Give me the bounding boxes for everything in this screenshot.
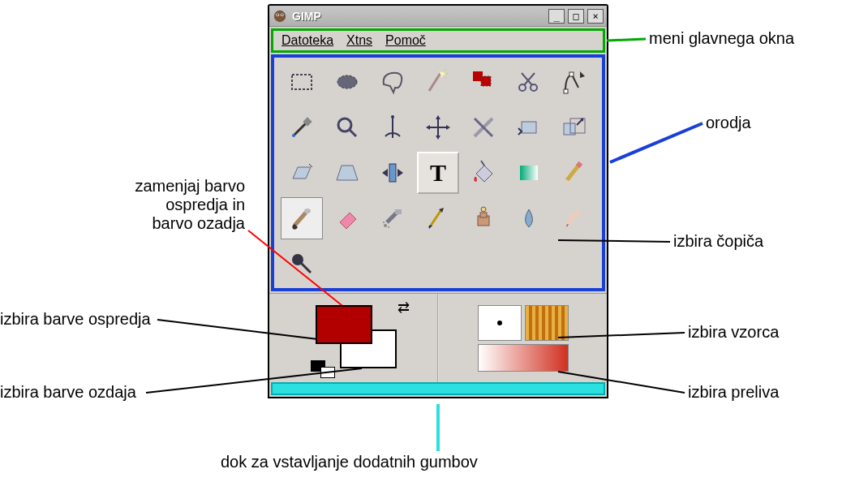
perspective-tool[interactable]: [326, 152, 368, 194]
brush-pattern-gradient: [439, 294, 607, 382]
label-menu: meni glavnega okna: [649, 29, 794, 48]
label-tools: orodja: [706, 114, 751, 132]
fuzzy-select-tool[interactable]: [417, 61, 459, 103]
svg-point-18: [391, 115, 394, 118]
svg-point-8: [441, 72, 445, 75]
menu-xtns[interactable]: Xtns: [346, 33, 372, 48]
tool-grid: T: [277, 61, 599, 285]
label-pattern: izbira vzorca: [688, 323, 779, 342]
rect-select-tool[interactable]: [281, 61, 323, 103]
swap-colors-icon[interactable]: ⇄: [397, 299, 410, 316]
measure-tool[interactable]: [372, 106, 414, 148]
menu-pomoc[interactable]: Pomoč: [385, 33, 426, 48]
svg-rect-39: [395, 209, 402, 214]
label-fg: izbira barve ospredja: [0, 310, 151, 329]
titlebar: GIMP _ □ ×: [269, 6, 607, 27]
svg-marker-19: [436, 115, 440, 119]
svg-point-43: [481, 207, 486, 212]
text-tool[interactable]: T: [417, 152, 459, 194]
svg-rect-29: [389, 164, 396, 182]
pencil-tool[interactable]: [553, 152, 595, 194]
menu-datoteka[interactable]: Datoteka: [281, 33, 333, 48]
dodge-burn-tool[interactable]: [281, 243, 323, 285]
svg-rect-10: [481, 76, 491, 86]
svg-point-6: [337, 75, 357, 88]
svg-marker-22: [446, 125, 450, 130]
svg-marker-33: [565, 180, 570, 183]
scale-tool[interactable]: [553, 106, 595, 148]
gimp-logo-icon: [273, 9, 287, 24]
svg-rect-23: [522, 122, 536, 133]
color-picker-tool[interactable]: [281, 106, 323, 148]
svg-marker-21: [426, 125, 430, 130]
svg-point-17: [338, 118, 351, 131]
svg-point-37: [383, 222, 385, 223]
crop-tool[interactable]: [462, 106, 505, 148]
svg-point-35: [304, 209, 311, 213]
svg-rect-5: [292, 75, 312, 89]
color-selector: ⇄: [269, 294, 437, 382]
gimp-toolbox-window: GIMP _ □ × Datoteka Xtns Pomoč: [268, 4, 608, 398]
svg-point-4: [281, 14, 283, 15]
window-title: GIMP: [292, 10, 321, 23]
svg-marker-28: [337, 166, 358, 180]
svg-rect-14: [569, 72, 574, 76]
svg-point-36: [384, 224, 387, 227]
default-colors-icon-bg: [320, 367, 335, 378]
foreground-color-swatch[interactable]: [316, 305, 372, 344]
svg-line-45: [607, 39, 646, 41]
select-by-color-tool[interactable]: [462, 61, 505, 103]
blend-tool[interactable]: [508, 152, 550, 194]
close-button[interactable]: ×: [587, 9, 604, 24]
clone-tool[interactable]: [462, 197, 505, 239]
label-bg: izbira barve ozdaja: [0, 383, 136, 402]
bucket-fill-tool[interactable]: [462, 152, 505, 194]
label-brush: izbira čopiča: [673, 232, 763, 251]
label-swap: zamenjaj barvo ospredja in barvo ozadja: [58, 177, 245, 233]
maximize-button[interactable]: □: [568, 9, 584, 24]
svg-rect-32: [520, 166, 538, 180]
color-brush-area: ⇄: [269, 293, 607, 382]
rotate-tool[interactable]: [508, 106, 550, 148]
svg-line-46: [610, 123, 703, 162]
svg-point-0: [274, 10, 286, 21]
blur-tool[interactable]: [508, 197, 550, 239]
minimize-button[interactable]: _: [548, 9, 565, 24]
label-dock: dok za vstavljanje dodatnih gumbov: [221, 453, 478, 471]
shear-tool[interactable]: [281, 152, 323, 194]
airbrush-tool[interactable]: [372, 197, 414, 239]
scissors-tool[interactable]: [508, 61, 550, 103]
svg-marker-31: [397, 169, 403, 177]
dock-strip[interactable]: [271, 382, 605, 395]
svg-marker-27: [293, 167, 311, 179]
svg-marker-30: [382, 169, 388, 177]
svg-point-38: [388, 226, 389, 228]
ellipse-select-tool[interactable]: [326, 61, 368, 103]
paths-tool[interactable]: [553, 61, 595, 103]
svg-point-3: [277, 14, 278, 15]
eraser-tool[interactable]: [326, 197, 368, 239]
free-select-tool[interactable]: [372, 61, 414, 103]
paintbrush-tool[interactable]: [281, 197, 323, 239]
active-pattern[interactable]: [525, 305, 569, 341]
svg-rect-13: [564, 89, 568, 93]
move-tool[interactable]: [417, 106, 459, 148]
svg-rect-42: [480, 213, 487, 217]
flip-tool[interactable]: [372, 152, 414, 194]
active-brush[interactable]: [478, 305, 522, 341]
label-gradient: izbira preliva: [688, 383, 779, 402]
smudge-tool[interactable]: [553, 197, 595, 239]
main-menu: Datoteka Xtns Pomoč: [271, 28, 605, 53]
ink-tool[interactable]: [417, 197, 459, 239]
svg-point-16: [292, 134, 295, 137]
active-gradient[interactable]: [478, 344, 569, 372]
magnify-tool[interactable]: [326, 106, 368, 148]
svg-marker-20: [436, 136, 440, 140]
toolbox: T: [271, 54, 605, 291]
